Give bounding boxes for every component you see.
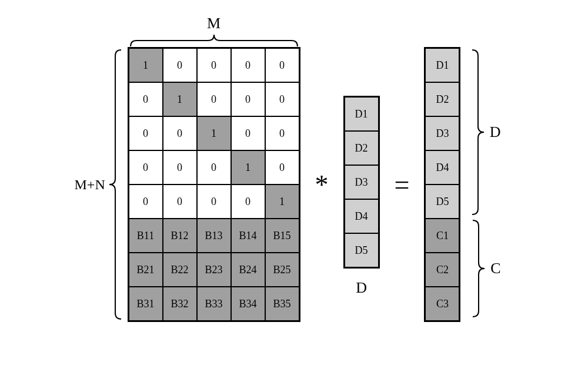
matrix-cell: B34 (231, 287, 265, 321)
matrix-cell: B35 (265, 287, 299, 321)
brace-right-d: D (470, 47, 501, 217)
matrix-cell: 0 (265, 82, 299, 116)
result-cell: D1 (425, 48, 459, 82)
result-cell: D3 (425, 116, 459, 150)
vector-cell: D2 (345, 131, 379, 165)
matrix-equation: M M+N 1000001000001000001000001B11B12B13… (128, 47, 461, 322)
vector-d-wrapper: D1D2D3D4D5 D (343, 96, 380, 297)
matrix-cell: 0 (129, 82, 163, 116)
matrix-cell: 0 (265, 150, 299, 184)
result-cell: C3 (425, 287, 459, 321)
matrix-cell: B21 (129, 253, 163, 287)
brace-icon (471, 217, 486, 320)
result-cell: D2 (425, 82, 459, 116)
matrix-cell: 1 (197, 116, 231, 150)
matrix-cell: B15 (265, 219, 299, 253)
result-wrapper: D1D2D3D4D5C1C2C3 D C (424, 47, 460, 322)
brace-icon (470, 47, 485, 217)
matrix-cell: 0 (231, 48, 265, 82)
result-cell: D5 (425, 184, 459, 219)
matrix-cell: 0 (265, 116, 299, 150)
vector-cell: D5 (345, 233, 379, 267)
vector-cell: D3 (345, 165, 379, 199)
matrix-cell: 0 (163, 184, 197, 219)
matrix-cell: 0 (163, 150, 197, 184)
matrix-cell: B23 (197, 253, 231, 287)
equals-operator: = (395, 169, 410, 200)
matrix-cell: B11 (129, 219, 163, 253)
matrix-cell: 0 (163, 48, 197, 82)
matrix-cell: 0 (197, 48, 231, 82)
matrix-cell: B22 (163, 253, 197, 287)
result-cell: D4 (425, 150, 459, 184)
result-cell: C2 (425, 253, 459, 287)
matrix-cell: 0 (129, 184, 163, 219)
label-m: M (128, 15, 300, 32)
matrix-cell: B31 (129, 287, 163, 321)
brace-icon (108, 47, 123, 322)
matrix-cell: 0 (231, 184, 265, 219)
matrix-cell: B12 (163, 219, 197, 253)
vector-cell: D4 (345, 199, 379, 233)
matrix-cell: B32 (163, 287, 197, 321)
matrix-cell: B33 (197, 287, 231, 321)
matrix-cell: 0 (197, 150, 231, 184)
matrix-cell: 0 (231, 116, 265, 150)
matrix-cell: 1 (231, 150, 265, 184)
matrix-cell: B25 (265, 253, 299, 287)
matrix-cell: 0 (129, 116, 163, 150)
matrix-cell: 0 (197, 82, 231, 116)
matrix-cell: 1 (265, 184, 299, 219)
matrix-cell: B14 (231, 219, 265, 253)
matrix-cell: 0 (129, 150, 163, 184)
brace-top-m: M (128, 15, 300, 51)
brace-left-mn: M+N (75, 47, 123, 322)
label-mn: M+N (75, 177, 105, 193)
matrix-cell: 0 (265, 48, 299, 82)
label-result-d: D (490, 123, 501, 141)
matrix-cell: 0 (231, 82, 265, 116)
matrix-cell: 1 (163, 82, 197, 116)
matrix-cell: B13 (197, 219, 231, 253)
matrix-cell: 1 (129, 48, 163, 82)
matrix-a: M M+N 1000001000001000001000001B11B12B13… (128, 47, 300, 322)
result-cell: C1 (425, 219, 459, 253)
matrix-cell: B24 (231, 253, 265, 287)
brace-icon (128, 33, 300, 48)
vector-cell: D1 (345, 97, 379, 131)
brace-right-c: C (471, 217, 500, 320)
vector-d: D1D2D3D4D5 (343, 96, 380, 269)
matrix-cell: 0 (163, 116, 197, 150)
vector-result: D1D2D3D4D5C1C2C3 (424, 47, 460, 322)
label-result-c: C (490, 260, 500, 277)
label-d: D (356, 279, 367, 297)
matrix-cell: 0 (197, 184, 231, 219)
multiply-operator: * (315, 169, 329, 200)
